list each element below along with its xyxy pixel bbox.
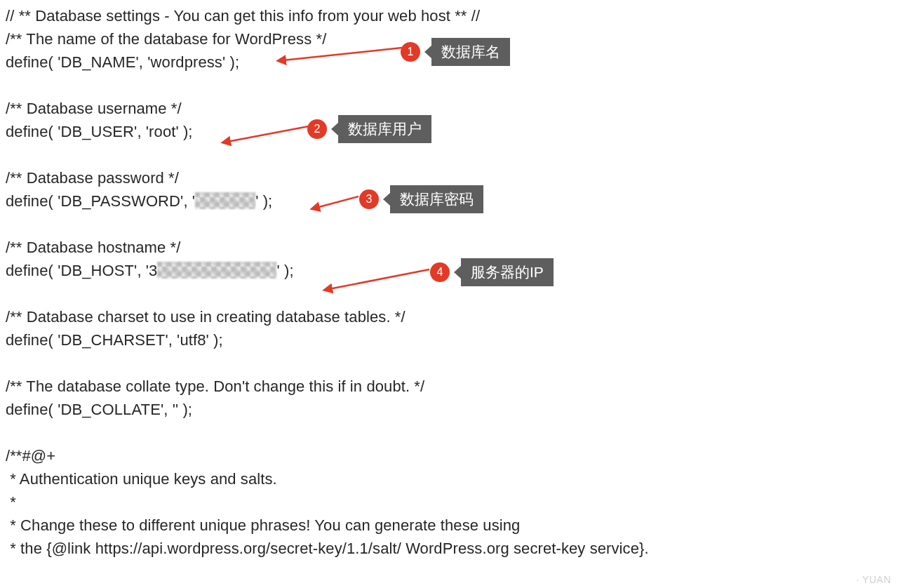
code-line: * the {@link https://api.wordpress.org/s… bbox=[6, 540, 649, 557]
code-line: /** The name of the database for WordPre… bbox=[6, 30, 326, 48]
code-block: // ** Database settings - You can get th… bbox=[0, 0, 898, 564]
code-line: define( 'DB_CHARSET', 'utf8' ); bbox=[6, 331, 223, 349]
code-line: /** Database username */ bbox=[6, 100, 182, 117]
code-line: define( 'DB_NAME', 'wordpress' ); bbox=[6, 53, 239, 71]
code-line: * Authentication unique keys and salts. bbox=[6, 470, 277, 488]
code-line: * Change these to different unique phras… bbox=[6, 516, 520, 534]
code-line: define( 'DB_PASSWORD', '' ); bbox=[6, 192, 272, 210]
code-line: * bbox=[6, 493, 16, 511]
code-line: /** Database hostname */ bbox=[6, 239, 180, 256]
code-line: // ** Database settings - You can get th… bbox=[6, 7, 480, 25]
code-line: /** Database password */ bbox=[6, 169, 179, 187]
code-line: /** The database collate type. Don't cha… bbox=[6, 377, 424, 395]
redacted-host bbox=[157, 262, 276, 279]
code-line: /** Database charset to use in creating … bbox=[6, 308, 406, 326]
redacted-password bbox=[195, 192, 255, 209]
code-line: define( 'DB_USER', 'root' ); bbox=[6, 123, 193, 140]
code-line: define( 'DB_HOST', '3' ); bbox=[6, 262, 294, 279]
code-line: /**#@+ bbox=[6, 447, 55, 465]
watermark: · YUAN bbox=[857, 574, 891, 585]
code-line: define( 'DB_COLLATE', '' ); bbox=[6, 401, 192, 418]
